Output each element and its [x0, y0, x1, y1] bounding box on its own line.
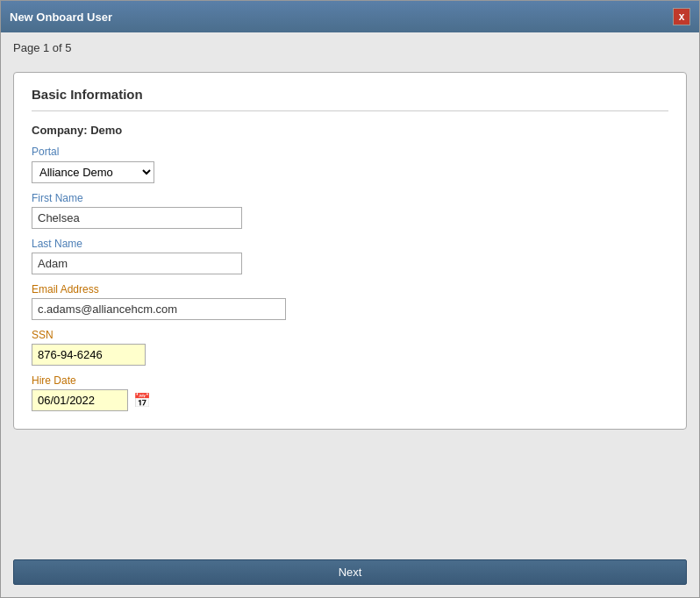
first-name-input[interactable] [32, 207, 242, 229]
portal-label: Portal [32, 146, 668, 158]
window-title: New Onboard User [10, 11, 112, 24]
hire-date-label: Hire Date [32, 374, 668, 387]
main-window: New Onboard User x Page 1 of 5 Basic Inf… [0, 0, 700, 598]
panel-title: Basic Information [32, 87, 668, 102]
form-panel: Basic Information Company: Demo Portal A… [13, 72, 687, 430]
close-button[interactable]: x [673, 8, 690, 25]
hire-date-wrapper: 📅 [32, 389, 668, 411]
page-indicator: Page 1 of 5 [1, 32, 699, 63]
last-name-label: Last Name [32, 238, 668, 250]
first-name-label: First Name [32, 192, 668, 204]
content-area: Basic Information Company: Demo Portal A… [1, 63, 699, 547]
company-label: Company: Demo [32, 124, 668, 137]
title-bar: New Onboard User x [1, 1, 699, 32]
hire-date-input[interactable] [32, 389, 128, 411]
portal-select[interactable]: Alliance Demo Demo Portal 2 [32, 161, 154, 183]
next-button[interactable]: Next [13, 559, 687, 585]
ssn-label: SSN [32, 329, 668, 341]
calendar-icon[interactable]: 📅 [133, 392, 151, 409]
ssn-input[interactable] [32, 344, 146, 366]
last-name-input[interactable] [32, 253, 242, 274]
email-label: Email Address [32, 283, 668, 295]
panel-divider [32, 110, 668, 111]
email-input[interactable] [32, 298, 286, 320]
